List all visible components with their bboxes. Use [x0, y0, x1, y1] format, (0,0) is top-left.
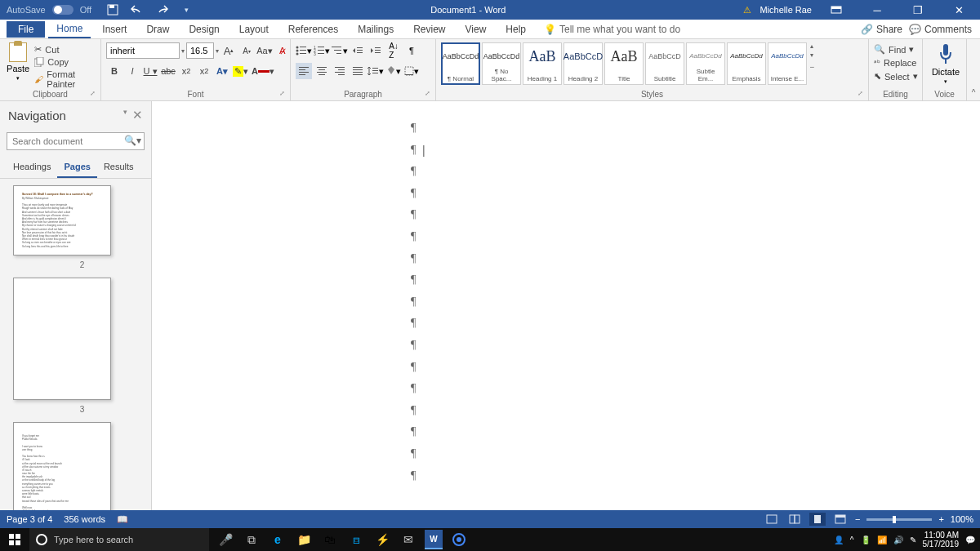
align-left-button[interactable]	[296, 63, 312, 79]
close-button[interactable]: ✕	[942, 0, 975, 20]
maximize-button[interactable]: ❐	[902, 0, 934, 20]
paragraph-launcher-icon[interactable]: ⤢	[425, 90, 433, 98]
tab-design[interactable]: Design	[180, 21, 227, 38]
tray-up-icon[interactable]: ^	[850, 535, 854, 544]
user-name[interactable]: Michelle Rae	[760, 5, 812, 15]
chrome-icon[interactable]	[449, 530, 469, 549]
page-status[interactable]: Page 3 of 4	[7, 514, 52, 525]
multilevel-button[interactable]: ▾	[332, 42, 348, 59]
strikethrough-button[interactable]: abc	[160, 63, 176, 79]
tell-me-search[interactable]: 💡 Tell me what you want to do	[544, 24, 680, 35]
borders-button[interactable]: ▾	[403, 63, 420, 79]
font-name-input[interactable]	[106, 42, 180, 59]
nav-dropdown-icon[interactable]: ▾	[123, 108, 127, 122]
dictate-button[interactable]: Dictate ▾	[928, 42, 964, 85]
change-case-button[interactable]: Aa▾	[256, 42, 273, 59]
search-icon[interactable]: 🔍▾	[124, 135, 141, 146]
decrease-indent-button[interactable]	[350, 42, 366, 59]
line-spacing-button[interactable]: ▾	[368, 63, 384, 79]
nav-tab-pages[interactable]: Pages	[57, 157, 96, 178]
undo-icon[interactable]	[131, 3, 144, 16]
tab-insert[interactable]: Insert	[94, 21, 135, 38]
bullets-button[interactable]: ▾	[296, 42, 312, 59]
subscript-button[interactable]: x2	[178, 63, 194, 79]
align-center-button[interactable]	[314, 63, 330, 79]
taskbar-search[interactable]: Type here to search	[29, 528, 209, 551]
superscript-button[interactable]: x2	[196, 63, 212, 79]
redo-icon[interactable]	[155, 3, 168, 16]
font-size-input[interactable]	[186, 42, 214, 59]
nav-close-icon[interactable]: ✕	[132, 108, 143, 122]
document-area[interactable]: ¶ ¶| ¶ ¶ ¶ ¶ ¶ ¶ ¶ ¶ ¶ ¶ ¶ ¶ ¶ ¶ ¶	[152, 101, 980, 528]
select-button[interactable]: ⬉Select ▾	[874, 71, 917, 82]
autosave-toggle[interactable]	[52, 5, 74, 15]
save-icon[interactable]	[106, 3, 119, 16]
shading-button[interactable]: ▾	[385, 63, 402, 79]
zoom-level[interactable]: 100%	[951, 514, 973, 524]
mail-icon[interactable]: ✉	[399, 530, 418, 549]
wifi-icon[interactable]: 📶	[877, 535, 887, 544]
edge-icon[interactable]: e	[268, 530, 287, 549]
style-heading-2[interactable]: AaBbCcDHeading 2	[564, 42, 603, 85]
store-icon[interactable]: 🛍	[320, 530, 340, 549]
style--normal[interactable]: AaBbCcDd¶ Normal	[441, 42, 480, 85]
style-subtitle[interactable]: AaBbCcDSubtitle	[645, 42, 684, 85]
style-heading-1[interactable]: AaBHeading 1	[523, 42, 562, 85]
tab-mailings[interactable]: Mailings	[350, 21, 402, 38]
paste-button[interactable]: Paste ▾	[5, 42, 31, 89]
text-effects-button[interactable]: A▾	[214, 63, 230, 79]
style-subtle-em-[interactable]: AaBbCcDdSubtle Em...	[686, 42, 725, 85]
font-launcher-icon[interactable]: ⤢	[279, 90, 287, 98]
tab-review[interactable]: Review	[405, 21, 453, 38]
people-icon[interactable]: 👤	[834, 535, 844, 544]
numbering-button[interactable]: 123▾	[314, 42, 330, 59]
tab-layout[interactable]: Layout	[231, 21, 277, 38]
shrink-font-button[interactable]: A▾	[238, 42, 255, 59]
styles-more-button[interactable]: ▴▾⎯	[810, 42, 822, 68]
style-title[interactable]: AaBTitle	[604, 42, 644, 85]
style-emphasis[interactable]: AaBbCcDdEmphasis	[727, 42, 766, 85]
share-button[interactable]: 🔗Share	[861, 24, 902, 35]
italic-button[interactable]: I	[124, 63, 140, 79]
spellcheck-icon[interactable]: 📖	[117, 514, 128, 525]
explorer-icon[interactable]: 📁	[294, 530, 314, 549]
show-marks-button[interactable]: ¶	[403, 42, 420, 59]
tab-home[interactable]: Home	[48, 20, 91, 38]
grow-font-button[interactable]: A▴	[220, 42, 237, 59]
copy-button[interactable]: Copy	[34, 57, 96, 67]
task-view-icon[interactable]: ⧉	[242, 530, 261, 549]
dropbox-icon[interactable]: ⧈	[346, 530, 366, 549]
increase-indent-button[interactable]	[368, 42, 384, 59]
clear-formatting-button[interactable]: A̷	[274, 42, 291, 59]
tab-help[interactable]: Help	[497, 21, 534, 38]
volume-icon[interactable]: 🔊	[893, 535, 903, 544]
highlight-button[interactable]: ✎▾	[232, 63, 249, 79]
justify-button[interactable]	[350, 63, 366, 79]
nav-tab-headings[interactable]: Headings	[7, 157, 57, 178]
ribbon-display-icon[interactable]	[820, 0, 853, 20]
zoom-in-button[interactable]: +	[938, 514, 943, 524]
mic-icon[interactable]: 🎤	[216, 530, 235, 549]
tab-references[interactable]: References	[280, 21, 346, 38]
word-icon[interactable]: W	[425, 530, 443, 549]
nav-tab-results[interactable]: Results	[97, 157, 140, 178]
font-color-button[interactable]: A▾	[251, 63, 275, 79]
cut-button[interactable]: ✂Cut	[34, 44, 96, 55]
print-layout-icon[interactable]	[809, 513, 826, 526]
read-mode-icon[interactable]	[786, 513, 803, 526]
page-thumbnail[interactable]: Sonnet 18: Shall I compare thee to a sum…	[13, 185, 111, 256]
app-icon[interactable]: ⚡	[372, 530, 392, 549]
tab-draw[interactable]: Draw	[138, 21, 177, 38]
sort-button[interactable]: A↓Z	[385, 42, 402, 59]
format-painter-button[interactable]: 🖌Format Painter	[34, 69, 96, 89]
battery-icon[interactable]: 🔋	[861, 535, 871, 544]
notifications-icon[interactable]: 💬	[965, 535, 975, 544]
minimize-button[interactable]: ─	[861, 0, 893, 20]
word-count[interactable]: 356 words	[64, 514, 105, 525]
qat-customize-icon[interactable]: ▾	[180, 3, 193, 16]
find-button[interactable]: 🔍Find ▾	[874, 44, 917, 55]
bold-button[interactable]: B	[106, 63, 122, 79]
zoom-out-button[interactable]: −	[855, 514, 860, 524]
pen-icon[interactable]: ✎	[910, 535, 916, 544]
align-right-button[interactable]	[332, 63, 348, 79]
